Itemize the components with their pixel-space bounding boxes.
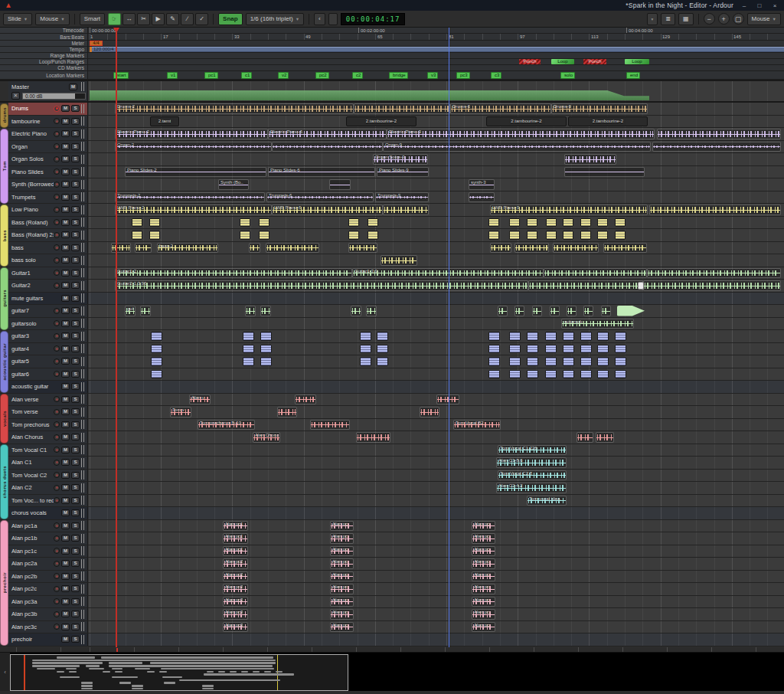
region[interactable] [564,154,616,165]
region[interactable]: Tom v [170,407,191,417]
record-arm-button[interactable] [54,472,60,478]
solo-button[interactable]: S [71,598,80,605]
region[interactable] [657,129,781,139]
solo-button[interactable]: S [71,459,80,466]
region[interactable] [580,345,592,354]
region[interactable]: Drums-2 [115,103,354,114]
solo-button[interactable]: S [71,270,80,277]
region[interactable]: Alan pc [472,533,495,544]
mute-button[interactable]: M [61,307,70,314]
mute-button[interactable]: M [61,447,70,453]
track-fader[interactable] [81,597,86,606]
panel-toggle-grid-icon[interactable]: ▦ [678,13,694,25]
solo-button[interactable]: S [71,320,80,327]
track-fader[interactable] [81,319,86,328]
region[interactable]: 2.tambourine-2 [346,116,416,127]
track-fader[interactable] [81,382,86,391]
region[interactable] [259,231,270,240]
ruler-lane-tempo[interactable]: 120.000/4 [88,47,784,52]
mute-button[interactable]: M [61,155,70,162]
region[interactable]: Alan pc [472,571,495,582]
region[interactable] [469,192,495,203]
track-lane-acoustic-guitar[interactable] [88,381,784,393]
edit-mode-dropdown[interactable]: Slide▼ [3,13,32,25]
loop-range-marker[interactable]: Loop [551,59,574,64]
region[interactable] [132,218,142,228]
region[interactable]: Organ Solos-3 [373,154,428,165]
group-tab-prechoir[interactable]: prechoir [0,520,8,646]
region[interactable] [528,280,643,291]
draw-tool-icon[interactable]: ✎ [166,13,179,25]
region[interactable] [295,394,316,405]
track-header-electric-piano[interactable]: Electric PianoMS [8,128,88,140]
track-header-bass-solo[interactable]: bass soloMS [8,254,88,267]
region[interactable] [377,345,388,354]
solo-button[interactable]: S [71,295,80,302]
track-header-piano-slides[interactable]: Piano SlidesMS [8,166,88,178]
ruler-lane-bars-beats[interactable]: 1173349658197113129145 [88,34,784,40]
region[interactable]: Alan pc3 [223,597,248,607]
region[interactable]: Trumpets-2 [115,192,265,203]
record-arm-button[interactable] [54,333,60,339]
location-marker-c2[interactable]: c2 [352,72,363,79]
record-arm-button[interactable] [54,573,60,579]
track-header-alan-verse[interactable]: Alan verseMS [8,394,88,406]
region[interactable] [597,357,609,366]
mute-button[interactable]: M [61,624,70,630]
track-fader[interactable] [81,104,86,113]
region[interactable] [381,255,417,266]
audition-tool-icon[interactable]: ▶ [152,13,165,25]
region[interactable] [514,243,549,254]
region[interactable] [360,332,371,341]
track-lane-alan-pc3b[interactable]: Alan pc3Alan pcAlan pc [88,608,784,620]
track-header-tom-verse[interactable]: Tom verseMS [8,406,88,418]
track-fader[interactable] [81,293,86,303]
group-tab-guitars[interactable]: guitars [0,267,8,330]
region[interactable] [580,332,592,341]
solo-button[interactable]: S [71,194,80,201]
region[interactable] [509,345,521,354]
record-arm-button[interactable] [54,396,60,402]
location-marker-solo[interactable]: solo [560,72,575,79]
track-lane-tom-verse[interactable]: Tom v [88,406,784,418]
track-lane-guitar1[interactable]: Guitar1-2Guitar1-3.9 [88,267,784,280]
region[interactable] [488,231,499,240]
region[interactable] [563,357,574,366]
track-fader[interactable] [81,496,86,505]
record-arm-button[interactable] [54,207,60,213]
track-fader[interactable] [81,167,86,176]
solo-button[interactable]: S [71,560,80,567]
track-fader[interactable] [81,470,86,480]
track-lane-alan-pc2c[interactable]: Alan pc2Alan pcAlan pc [88,583,784,595]
group-tab-bass[interactable]: bass [0,205,8,267]
location-marker-v2[interactable]: v2 [278,72,289,79]
region[interactable]: Tom prechorus B-10 [198,420,255,430]
region[interactable] [638,282,644,290]
region[interactable]: synth-3 [469,179,495,190]
track-fader[interactable] [81,521,86,530]
region[interactable] [151,332,162,341]
region[interactable] [615,345,626,354]
record-arm-button[interactable] [54,535,60,542]
track-lane-organ[interactable]: Organ-2Organ-9 [88,141,784,153]
master-gain-slider[interactable]: 0.00 dB [22,93,86,100]
region[interactable] [348,243,377,254]
record-arm-button[interactable] [54,270,60,276]
mute-button[interactable]: M [61,535,70,542]
region[interactable] [377,332,388,341]
region[interactable] [366,306,377,316]
region[interactable]: Electric Piano-2 [115,129,268,139]
region[interactable] [514,306,524,316]
location-marker-c1[interactable]: c1 [241,72,252,79]
panel-toggle-list-icon[interactable]: ≣ [661,13,675,25]
mute-button[interactable]: M [61,383,70,390]
region[interactable]: Synth (Bo.. [218,179,249,190]
track-lane-alan-pc3c[interactable]: Alan pc3Alan pcAlan pc [88,621,784,633]
track-fader[interactable] [81,116,86,126]
region[interactable] [509,357,521,366]
region[interactable] [135,243,152,254]
region[interactable] [348,218,359,228]
track-fader[interactable] [81,635,86,644]
track-lane-tom-vocal-c2[interactable]: Tom Vocal C2.8 [88,470,784,482]
region[interactable] [420,407,439,417]
